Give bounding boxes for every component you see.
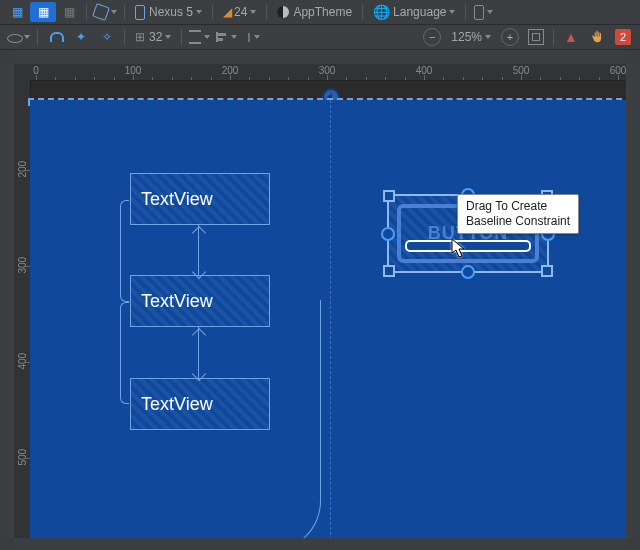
constraint-anchor[interactable] bbox=[461, 265, 475, 279]
autoconnect-icon[interactable] bbox=[42, 27, 68, 47]
chain-indicator bbox=[120, 302, 129, 404]
separator bbox=[124, 4, 125, 20]
gutter-right bbox=[625, 64, 640, 538]
theme-picker[interactable]: AppTheme bbox=[271, 2, 358, 22]
warnings-badge[interactable]: 2 bbox=[610, 27, 636, 47]
tooltip: Drag To Create Baseline Constraint bbox=[457, 194, 579, 234]
resize-handle[interactable] bbox=[541, 265, 553, 277]
toolbar-editor: ✦ ✧ ⊞32 Ⅰ − 125% + ▲ 2 bbox=[0, 25, 640, 50]
vertical-guideline[interactable] bbox=[330, 100, 331, 538]
pan-icon[interactable] bbox=[584, 27, 610, 47]
device-boundary bbox=[28, 98, 626, 106]
gutter-bottom bbox=[14, 537, 626, 550]
constraint-arrowhead-icon bbox=[192, 226, 206, 240]
layout-editor: 0100200300400500600 200300400500600 Text… bbox=[0, 50, 640, 550]
separator bbox=[266, 4, 267, 20]
widget-textview[interactable]: TextView bbox=[130, 173, 270, 225]
zoom-in-button[interactable]: + bbox=[497, 27, 523, 47]
chain-indicator bbox=[120, 200, 129, 302]
locale-picker[interactable]: 🌐Language bbox=[367, 2, 461, 22]
constraint-arrowhead-icon bbox=[192, 328, 206, 342]
zoom-out-button[interactable]: − bbox=[419, 27, 445, 47]
surface-both-icon[interactable]: ▦ bbox=[56, 2, 82, 22]
globe-icon: 🌐 bbox=[373, 4, 390, 20]
clear-constraints-icon[interactable]: ✦ bbox=[68, 27, 94, 47]
api-picker[interactable]: ◢24 bbox=[217, 2, 262, 22]
zoom-fit-button[interactable] bbox=[523, 27, 549, 47]
error-panel-icon[interactable]: ▲ bbox=[558, 27, 584, 47]
blueprint-surface[interactable]: TextView TextView TextView BUTTON bbox=[30, 100, 626, 538]
widget-textview[interactable]: TextView bbox=[130, 378, 270, 430]
orientation-icon[interactable] bbox=[91, 2, 120, 22]
constraint-curve bbox=[270, 300, 321, 538]
ruler-vertical: 200300400500600 bbox=[14, 80, 31, 538]
default-margin[interactable]: ⊞32 bbox=[129, 27, 177, 47]
separator bbox=[212, 4, 213, 20]
separator bbox=[181, 29, 182, 45]
separator bbox=[86, 4, 87, 20]
infer-constraints-icon[interactable]: ✧ bbox=[94, 27, 120, 47]
gutter-left bbox=[0, 64, 15, 538]
separator bbox=[37, 29, 38, 45]
design-surface[interactable]: TextView TextView TextView BUTTON bbox=[30, 80, 626, 538]
separator bbox=[465, 4, 466, 20]
separator bbox=[553, 29, 554, 45]
variant-icon[interactable] bbox=[470, 2, 496, 22]
baseline-handle[interactable] bbox=[405, 240, 531, 252]
constraint-anchor[interactable] bbox=[381, 227, 395, 241]
resize-handle[interactable] bbox=[383, 265, 395, 277]
align-icon[interactable] bbox=[213, 27, 240, 47]
view-options-icon[interactable] bbox=[4, 27, 33, 47]
zoom-value[interactable]: 125% bbox=[445, 27, 497, 47]
guidelines-icon[interactable]: Ⅰ bbox=[240, 27, 266, 47]
separator bbox=[362, 4, 363, 20]
resize-handle[interactable] bbox=[383, 190, 395, 202]
toolbar-design-config: ▦ ▦ ▦ Nexus 5 ◢24 AppTheme 🌐Language bbox=[0, 0, 640, 25]
gutter-top bbox=[14, 50, 626, 65]
device-picker[interactable]: Nexus 5 bbox=[129, 2, 208, 22]
ruler-horizontal: 0100200300400500600 bbox=[14, 64, 626, 81]
design-canvas[interactable]: 0100200300400500600 200300400500600 Text… bbox=[14, 64, 626, 538]
pack-icon[interactable] bbox=[186, 27, 213, 47]
surface-design-icon[interactable]: ▦ bbox=[4, 2, 30, 22]
surface-blueprint-icon[interactable]: ▦ bbox=[30, 2, 56, 22]
separator bbox=[124, 29, 125, 45]
widget-textview[interactable]: TextView bbox=[130, 275, 270, 327]
